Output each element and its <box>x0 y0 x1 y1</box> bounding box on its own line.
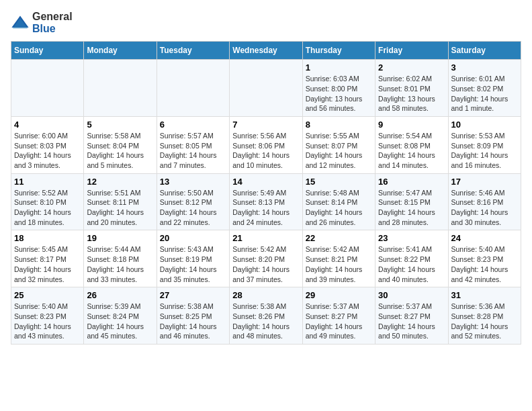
day-info: Sunrise: 5:49 AMSunset: 8:13 PMDaylight:… <box>232 188 299 228</box>
day-info-line: Sunrise: 6:03 AM <box>306 75 359 83</box>
week-row-4: 18Sunrise: 5:45 AMSunset: 8:17 PMDayligh… <box>11 230 521 287</box>
day-info: Sunrise: 5:58 AMSunset: 8:04 PMDaylight:… <box>87 131 153 171</box>
day-info-line: Sunset: 8:17 PM <box>14 255 66 263</box>
day-cell: 19Sunrise: 5:44 AMSunset: 8:18 PMDayligh… <box>84 230 157 287</box>
day-cell: 16Sunrise: 5:47 AMSunset: 8:15 PMDayligh… <box>375 173 448 230</box>
day-cell: 23Sunrise: 5:41 AMSunset: 8:22 PMDayligh… <box>375 230 448 287</box>
day-info-line: Sunrise: 5:46 AM <box>451 189 505 197</box>
day-info-line: Daylight: 14 hours and 46 minutes. <box>160 322 217 340</box>
day-info-line: Sunset: 8:14 PM <box>306 198 358 206</box>
day-info-line: Sunset: 8:01 PM <box>378 85 431 93</box>
day-info-line: Sunset: 8:27 PM <box>378 312 431 320</box>
day-cell: 18Sunrise: 5:45 AMSunset: 8:17 PMDayligh… <box>11 230 84 287</box>
day-info-line: Daylight: 13 hours and 56 minutes. <box>306 95 363 113</box>
day-info-line: Daylight: 14 hours and 12 minutes. <box>306 151 363 169</box>
day-info-line: Sunrise: 5:40 AM <box>14 302 68 310</box>
day-cell: 7Sunrise: 5:56 AMSunset: 8:06 PMDaylight… <box>230 116 302 173</box>
day-header-saturday: Saturday <box>448 42 521 60</box>
day-info-line: Sunrise: 5:44 AM <box>87 245 140 253</box>
day-number: 10 <box>451 120 518 130</box>
day-info: Sunrise: 5:44 AMSunset: 8:18 PMDaylight:… <box>87 244 153 284</box>
day-info: Sunrise: 5:42 AMSunset: 8:20 PMDaylight:… <box>232 244 299 284</box>
day-info-line: Sunrise: 5:50 AM <box>160 189 214 197</box>
day-info-line: Daylight: 14 hours and 7 minutes. <box>160 151 217 169</box>
day-info-line: Sunset: 8:13 PM <box>232 198 285 206</box>
day-cell: 5Sunrise: 5:58 AMSunset: 8:04 PMDaylight… <box>84 116 157 173</box>
day-info-line: Daylight: 14 hours and 10 minutes. <box>232 151 290 169</box>
day-number: 28 <box>232 290 299 300</box>
week-row-1: 1Sunrise: 6:03 AMSunset: 8:00 PMDaylight… <box>11 60 521 117</box>
day-info-line: Sunset: 8:15 PM <box>378 198 431 206</box>
day-number: 13 <box>160 177 226 187</box>
day-number: 11 <box>14 177 81 187</box>
day-header-friday: Friday <box>375 42 448 60</box>
day-info-line: Sunrise: 5:39 AM <box>87 302 140 310</box>
day-info-line: Sunrise: 5:45 AM <box>14 245 68 253</box>
day-info: Sunrise: 6:02 AMSunset: 8:01 PMDaylight:… <box>378 74 445 113</box>
day-cell: 30Sunrise: 5:37 AMSunset: 8:27 PMDayligh… <box>375 287 448 345</box>
day-info: Sunrise: 5:53 AMSunset: 8:09 PMDaylight:… <box>451 131 518 171</box>
day-info-line: Sunrise: 6:00 AM <box>14 132 68 140</box>
day-header-monday: Monday <box>84 42 157 60</box>
day-info-line: Sunrise: 5:48 AM <box>306 189 359 197</box>
day-info: Sunrise: 5:54 AMSunset: 8:08 PMDaylight:… <box>378 131 445 171</box>
day-info: Sunrise: 6:03 AMSunset: 8:00 PMDaylight:… <box>306 74 372 113</box>
day-info-line: Sunset: 8:05 PM <box>160 142 212 150</box>
day-cell: 24Sunrise: 5:40 AMSunset: 8:23 PMDayligh… <box>448 230 521 287</box>
day-cell: 26Sunrise: 5:39 AMSunset: 8:24 PMDayligh… <box>84 287 157 345</box>
day-cell: 12Sunrise: 5:51 AMSunset: 8:11 PMDayligh… <box>84 173 157 230</box>
day-number: 3 <box>451 62 518 73</box>
day-info-line: Sunrise: 5:52 AM <box>14 189 68 197</box>
day-info-line: Sunset: 8:11 PM <box>87 198 139 206</box>
calendar-header-row: SundayMondayTuesdayWednesdayThursdayFrid… <box>11 42 521 60</box>
day-cell: 6Sunrise: 5:57 AMSunset: 8:05 PMDaylight… <box>157 116 229 173</box>
day-header-tuesday: Tuesday <box>157 42 229 60</box>
day-number: 27 <box>160 290 226 300</box>
day-info-line: Sunset: 8:27 PM <box>306 312 358 320</box>
day-cell <box>230 60 302 117</box>
day-info-line: Sunrise: 5:42 AM <box>306 245 359 253</box>
day-header-thursday: Thursday <box>302 42 375 60</box>
day-info: Sunrise: 5:46 AMSunset: 8:16 PMDaylight:… <box>451 188 518 228</box>
day-number: 12 <box>87 177 153 187</box>
day-info-line: Sunrise: 5:43 AM <box>160 245 214 253</box>
day-info-line: Daylight: 14 hours and 14 minutes. <box>378 151 435 169</box>
day-info-line: Sunrise: 6:02 AM <box>378 75 432 83</box>
day-info-line: Daylight: 14 hours and 43 minutes. <box>14 322 71 340</box>
day-info: Sunrise: 5:40 AMSunset: 8:23 PMDaylight:… <box>451 244 518 284</box>
day-cell: 3Sunrise: 6:01 AMSunset: 8:02 PMDaylight… <box>448 60 521 117</box>
day-cell: 8Sunrise: 5:55 AMSunset: 8:07 PMDaylight… <box>302 116 375 173</box>
day-info: Sunrise: 5:41 AMSunset: 8:22 PMDaylight:… <box>378 244 445 284</box>
day-info-line: Daylight: 14 hours and 40 minutes. <box>378 265 435 283</box>
day-cell: 25Sunrise: 5:40 AMSunset: 8:23 PMDayligh… <box>11 287 84 345</box>
day-info-line: Daylight: 14 hours and 32 minutes. <box>14 265 71 283</box>
day-info-line: Daylight: 14 hours and 37 minutes. <box>232 265 290 283</box>
day-info-line: Sunrise: 5:41 AM <box>378 245 432 253</box>
day-info-line: Sunrise: 5:42 AM <box>232 245 286 253</box>
day-info: Sunrise: 5:50 AMSunset: 8:12 PMDaylight:… <box>160 188 226 228</box>
day-number: 1 <box>306 62 372 73</box>
day-info-line: Sunset: 8:12 PM <box>160 198 212 206</box>
day-info: Sunrise: 5:38 AMSunset: 8:25 PMDaylight:… <box>160 302 226 341</box>
day-cell: 1Sunrise: 6:03 AMSunset: 8:00 PMDaylight… <box>302 60 375 117</box>
day-number: 16 <box>378 177 445 187</box>
day-info: Sunrise: 5:48 AMSunset: 8:14 PMDaylight:… <box>306 188 372 228</box>
day-info-line: Sunset: 8:03 PM <box>14 142 66 150</box>
day-cell: 17Sunrise: 5:46 AMSunset: 8:16 PMDayligh… <box>448 173 521 230</box>
day-number: 29 <box>306 290 372 300</box>
day-cell: 27Sunrise: 5:38 AMSunset: 8:25 PMDayligh… <box>157 287 229 345</box>
day-number: 23 <box>378 233 445 243</box>
day-info: Sunrise: 5:51 AMSunset: 8:11 PMDaylight:… <box>87 188 153 228</box>
day-info-line: Daylight: 14 hours and 1 minute. <box>451 95 508 113</box>
day-info: Sunrise: 6:01 AMSunset: 8:02 PMDaylight:… <box>451 74 518 113</box>
day-cell <box>84 60 157 117</box>
day-info-line: Sunset: 8:23 PM <box>451 255 504 263</box>
day-info-line: Daylight: 14 hours and 48 minutes. <box>232 322 290 340</box>
calendar-table: SundayMondayTuesdayWednesdayThursdayFrid… <box>11 41 521 345</box>
day-info-line: Sunrise: 5:58 AM <box>87 132 140 140</box>
day-info-line: Sunset: 8:10 PM <box>14 198 66 206</box>
day-info-line: Daylight: 14 hours and 33 minutes. <box>87 265 144 283</box>
week-row-5: 25Sunrise: 5:40 AMSunset: 8:23 PMDayligh… <box>11 287 521 345</box>
day-info-line: Sunset: 8:21 PM <box>306 255 358 263</box>
day-info-line: Sunset: 8:02 PM <box>451 85 504 93</box>
